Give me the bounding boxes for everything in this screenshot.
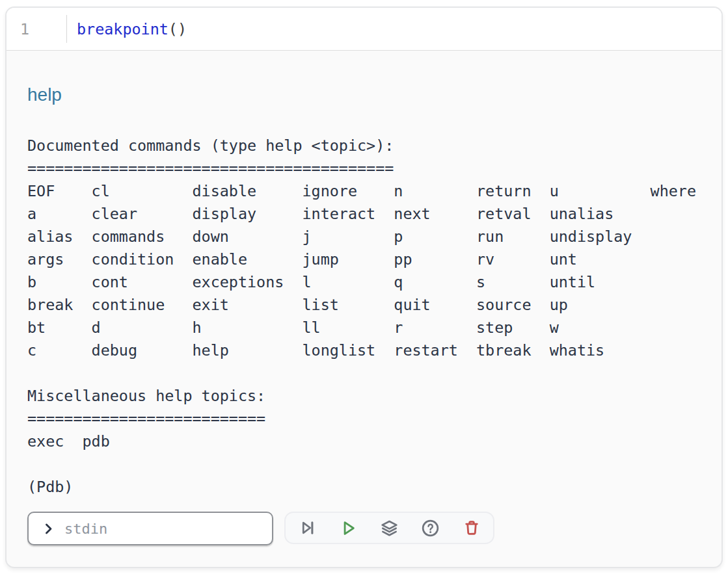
code-line[interactable]: breakpoint() [67, 20, 187, 38]
play-icon [339, 519, 358, 538]
editor-buttons [284, 512, 494, 544]
stack-button[interactable] [369, 514, 410, 542]
question-circle-icon [421, 519, 440, 538]
echoed-command: help [27, 82, 702, 112]
terminal: help Documented commands (type help <top… [7, 51, 721, 545]
terminal-controls [27, 512, 702, 545]
stdin-input[interactable] [63, 520, 264, 538]
skip-forward-icon [299, 519, 317, 537]
clear-button[interactable] [451, 514, 492, 542]
stdin-input-container [27, 512, 273, 545]
skip-forward-button[interactable] [287, 514, 328, 542]
line-number: 1 [7, 20, 29, 38]
code-editor[interactable]: 1 breakpoint() [7, 8, 721, 51]
editor-gutter: 1 [7, 8, 67, 50]
code-token-function: breakpoint [77, 20, 169, 38]
trash-icon [463, 519, 481, 537]
terminal-output-text: Documented commands (type help <topic>):… [27, 112, 702, 499]
help-button[interactable] [410, 514, 451, 542]
prompt-chevron-icon [42, 522, 55, 536]
code-token-punctuation: () [169, 20, 187, 38]
execution-panel: 1 breakpoint() help Documented commands … [5, 7, 723, 568]
layers-icon [380, 519, 399, 538]
run-button[interactable] [328, 514, 369, 542]
